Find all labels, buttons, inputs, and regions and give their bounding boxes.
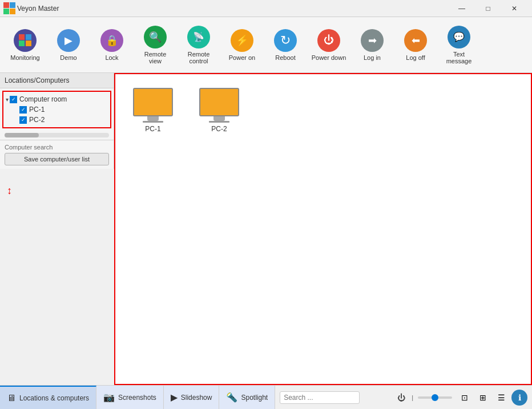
sidebar-tree: ▾ ✓ Computer room ✓ PC-1 (3, 92, 110, 127)
tab-spotlight-label: Spotlight (241, 394, 268, 402)
power-icon-button[interactable]: ⏻ (393, 390, 409, 406)
tree-label-pc2: PC-2 (29, 116, 45, 124)
toolbar-logout-button[interactable]: ⬅ Log off (395, 21, 436, 70)
power-down-icon: ⏻ (317, 29, 340, 52)
info-button[interactable]: ℹ (511, 390, 527, 406)
computer-tile-pc2[interactable]: PC-2 (191, 83, 248, 137)
remote-control-icon: 📡 (187, 26, 210, 48)
remote-control-label: Remote control (181, 51, 216, 64)
tree-label-computer-room: Computer room (19, 95, 67, 103)
tree-item-computer-room[interactable]: ▾ ✓ Computer room (3, 94, 110, 104)
pc2-base (209, 121, 229, 123)
tab-locations-label: Locations & computers (19, 394, 89, 402)
demo-icon: ▶ (57, 29, 80, 52)
computer-tile-pc1[interactable]: PC-1 (124, 83, 182, 137)
pc1-stand (147, 116, 159, 121)
zoom-control: | (412, 394, 454, 401)
content-area: PC-1 PC-2 (114, 73, 532, 385)
tab-screenshots[interactable]: 📷 Screenshots (96, 386, 164, 409)
pc2-stand (213, 116, 225, 121)
toolbar-reboot-button[interactable]: ↻ Reboot (265, 21, 306, 70)
remote-view-icon: 🔍 (144, 26, 167, 48)
locations-icon: 🖥 (7, 393, 16, 403)
remote-view-label: Remote view (138, 51, 173, 64)
monitoring-icon (14, 29, 37, 52)
search-input[interactable] (280, 391, 360, 404)
monitoring-label: Monitoring (10, 54, 39, 61)
sidebar: Locations/Computers ▾ ✓ Computer room (0, 73, 114, 169)
app-icon (5, 4, 14, 13)
text-message-icon: 💬 (448, 26, 470, 48)
toolbar-lock-button[interactable]: 🔒 Lock (91, 21, 132, 70)
window-title: Veyon Master (17, 5, 449, 13)
pc2-monitor (199, 88, 239, 116)
save-computer-list-button[interactable]: Save computer/user list (5, 153, 109, 165)
sidebar-bottom: Computer search Save computer/user list (0, 140, 114, 169)
list-view-button[interactable]: ☰ (493, 390, 509, 406)
power-on-icon: ⚡ (231, 29, 253, 52)
toolbar-power-down-button[interactable]: ⏻ Power down (308, 21, 349, 70)
lock-icon: 🔒 (100, 29, 123, 52)
toolbar-power-on-button[interactable]: ⚡ Power on (221, 21, 263, 70)
pc2-name: PC-2 (211, 125, 227, 133)
grid-view-button[interactable]: ⊞ (475, 390, 491, 406)
screen-layout-button[interactable]: ⊡ (457, 390, 473, 406)
sidebar-scrollbar-thumb (5, 133, 39, 137)
minimize-button[interactable]: — (449, 0, 475, 17)
statusbar-actions: ⏻ | ⊡ ⊞ ☰ ℹ (389, 390, 532, 406)
window-controls: — □ ✕ (449, 0, 527, 17)
logout-label: Log off (406, 54, 425, 61)
lock-label: Lock (105, 54, 118, 61)
demo-label: Demo (60, 54, 76, 61)
logout-icon: ⬅ (404, 29, 427, 52)
tree-checkbox-root[interactable]: ✓ (10, 96, 17, 103)
tree-item-pc2[interactable]: ✓ PC-2 (3, 115, 110, 125)
toolbar-monitoring-button[interactable]: Monitoring (5, 21, 46, 70)
tab-slideshow[interactable]: ▶ Slideshow (164, 386, 220, 409)
toolbar: Monitoring ▶ Demo 🔒 Lock 🔍 Remote view 📡… (0, 17, 532, 73)
toolbar-remote-control-button[interactable]: 📡 Remote control (178, 21, 219, 70)
zoom-slider[interactable] (418, 396, 452, 399)
login-label: Log in (364, 54, 381, 61)
tree-checkbox-pc2[interactable]: ✓ (19, 116, 27, 124)
spotlight-icon: 🔦 (226, 392, 237, 403)
zoom-label: | (412, 394, 413, 401)
tab-slideshow-label: Slideshow (181, 394, 212, 402)
power-on-label: Power on (229, 54, 255, 61)
search-area (275, 391, 389, 404)
toolbar-remote-view-button[interactable]: 🔍 Remote view (135, 21, 176, 70)
toolbar-login-button[interactable]: ➡ Log in (352, 21, 393, 70)
toolbar-demo-button[interactable]: ▶ Demo (48, 21, 89, 70)
screenshots-icon: 📷 (103, 392, 115, 403)
main-layout: Locations/Computers ▾ ✓ Computer room (0, 73, 532, 385)
slideshow-icon: ▶ (171, 392, 178, 403)
pc1-base (143, 121, 163, 123)
toolbar-text-message-button[interactable]: 💬 Text message (438, 21, 479, 70)
tree-checkbox-pc1[interactable]: ✓ (19, 106, 27, 114)
reboot-label: Reboot (275, 54, 295, 61)
tree-label-pc1: PC-1 (29, 106, 45, 114)
arrow-indicator: ↕ (7, 185, 12, 197)
titlebar: Veyon Master — □ ✕ (0, 0, 532, 17)
maximize-button[interactable]: □ (475, 0, 501, 17)
reboot-icon: ↻ (274, 29, 297, 52)
sidebar-header: Locations/Computers (0, 73, 114, 88)
pc1-name: PC-1 (145, 125, 160, 133)
sidebar-scrollbar[interactable] (5, 133, 109, 137)
tab-screenshots-label: Screenshots (118, 394, 156, 402)
statusbar: 🖥 Locations & computers 📷 Screenshots ▶ … (0, 385, 532, 409)
computer-search-label: Computer search (5, 144, 109, 151)
pc1-monitor (133, 88, 173, 116)
close-button[interactable]: ✕ (501, 0, 527, 17)
login-icon: ➡ (361, 29, 384, 52)
power-down-label: Power down (312, 54, 346, 61)
chevron-icon: ▾ (6, 96, 9, 103)
tree-item-pc1[interactable]: ✓ PC-1 (3, 104, 110, 115)
tab-spotlight[interactable]: 🔦 Spotlight (219, 386, 275, 409)
zoom-slider-thumb (432, 394, 438, 401)
text-message-label: Text message (441, 51, 477, 64)
tab-locations-computers[interactable]: 🖥 Locations & computers (0, 386, 96, 409)
